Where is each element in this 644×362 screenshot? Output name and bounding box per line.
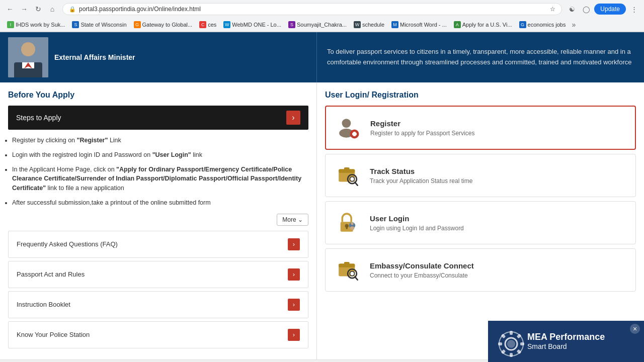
svg-rect-41 bbox=[501, 349, 506, 354]
associated-links-col: Associated Links Passport India e-Book bbox=[156, 360, 328, 360]
minister-info: External Affairs Minister bbox=[54, 53, 135, 61]
bookmark-label-soumya: Soumyajit_Chakra... bbox=[297, 22, 347, 28]
user-login-card[interactable]: User Login Login using Login Id and Pass… bbox=[325, 201, 636, 244]
mea-close-button[interactable]: × bbox=[630, 324, 640, 334]
svg-point-21 bbox=[350, 226, 354, 230]
embassy-desc: Connect to your Embassy/Consulate bbox=[370, 272, 474, 279]
bookmark-label-schedule: schedule bbox=[362, 22, 384, 28]
mea-gear-icon bbox=[496, 329, 521, 354]
svg-line-15 bbox=[355, 182, 357, 185]
svg-line-27 bbox=[355, 277, 357, 280]
bookmark-webmd[interactable]: W WebMD ONE - Lo... bbox=[220, 20, 284, 29]
bookmark-wisconsin[interactable]: S State of Wisconsin bbox=[69, 20, 129, 29]
bookmark-schedule[interactable]: W schedule bbox=[351, 20, 387, 29]
latest-news-col: Latest News ▲ bbox=[0, 360, 156, 360]
bookmark-apply[interactable]: A Apply for a U.S. Vi... bbox=[451, 20, 515, 29]
login-card-text: User Login Login using Login Id and Pass… bbox=[370, 214, 464, 232]
bookmarks-more-icon[interactable]: » bbox=[570, 20, 578, 30]
steps-arrow-icon: › bbox=[286, 111, 300, 125]
track-svg bbox=[335, 163, 360, 188]
step-1: Register by clicking on "Register" Link bbox=[12, 136, 304, 145]
star-icon[interactable]: ☆ bbox=[550, 6, 555, 13]
bookmark-ces[interactable]: C ces bbox=[196, 20, 219, 29]
main-content: Before You Apply Steps to Apply › Regist… bbox=[0, 82, 644, 359]
bookmark-msword[interactable]: M Microsoft Word - ... bbox=[388, 20, 450, 29]
register-card-text: Register Register to apply for Passport … bbox=[370, 119, 474, 137]
bookmark-label-ihds: IHDS work by Suk... bbox=[16, 22, 65, 28]
accordion-faq[interactable]: Frequently Asked Questions (FAQ) › bbox=[8, 231, 308, 258]
svg-rect-18 bbox=[346, 226, 348, 229]
steps-to-apply-header[interactable]: Steps to Apply › bbox=[8, 106, 308, 130]
back-button[interactable]: ← bbox=[4, 3, 16, 15]
embassy-icon bbox=[334, 256, 362, 284]
more-button[interactable]: More ⌄ bbox=[277, 214, 308, 226]
bookmark-soumya[interactable]: S Soumyajit_Chakra... bbox=[285, 20, 350, 29]
address-bar[interactable]: 🔒 portal3.passportindia.gov.in/Online/in… bbox=[62, 3, 562, 15]
bookmark-gateway[interactable]: G Gateway to Global... bbox=[131, 20, 196, 29]
register-desc: Register to apply for Passport Services bbox=[370, 130, 474, 137]
svg-rect-38 bbox=[520, 342, 524, 345]
track-title: Track Status bbox=[370, 167, 472, 175]
svg-rect-24 bbox=[344, 262, 350, 264]
extension-icon[interactable]: ☯ bbox=[566, 3, 578, 15]
mission-section: To deliver passport services to citizens… bbox=[317, 32, 644, 82]
accordion-instruction-label: Instruction Booklet bbox=[17, 301, 70, 308]
bookmark-favicon-apply: A bbox=[454, 21, 461, 28]
register-title: Register bbox=[370, 119, 474, 128]
browser-chrome: ← → ↻ ⌂ 🔒 portal3.passportindia.gov.in/O… bbox=[0, 0, 644, 32]
accordion-police[interactable]: Know Your Police Station › bbox=[8, 321, 308, 348]
bookmark-favicon-gateway: G bbox=[134, 21, 141, 28]
user-login-reg-title: User Login/ Registration bbox=[325, 90, 636, 100]
latest-news-header: Latest News bbox=[0, 360, 156, 360]
embassy-card-text: Embassy/Consulate Connect Connect to you… bbox=[370, 261, 474, 279]
accordion-instruction[interactable]: Instruction Booklet › bbox=[8, 291, 308, 318]
accordion-passport-act[interactable]: Passport Act and Rules › bbox=[8, 261, 308, 288]
track-desc: Track your Application Status real time bbox=[370, 177, 472, 185]
before-you-apply-title: Before You Apply bbox=[8, 90, 308, 100]
accordion-passport-act-label: Passport Act and Rules bbox=[17, 270, 85, 278]
bookmark-label-ces: ces bbox=[208, 22, 216, 28]
update-button[interactable]: Update bbox=[594, 4, 626, 15]
login-title: User Login bbox=[370, 214, 464, 223]
home-button[interactable]: ⌂ bbox=[46, 3, 58, 15]
login-desc: Login using Login Id and Password bbox=[370, 225, 464, 232]
track-card-text: Track Status Track your Application Stat… bbox=[370, 167, 472, 185]
minister-section: External Affairs Minister bbox=[0, 32, 317, 82]
svg-rect-39 bbox=[517, 349, 522, 354]
embassy-card[interactable]: Embassy/Consulate Connect Connect to you… bbox=[325, 248, 636, 292]
svg-rect-37 bbox=[517, 333, 522, 338]
mea-gear-svg bbox=[496, 329, 526, 359]
minister-title-text: External Affairs Minister bbox=[54, 53, 135, 61]
accordion-faq-label: Frequently Asked Questions (FAQ) bbox=[17, 240, 118, 248]
more-label: More ⌄ bbox=[282, 216, 303, 223]
bookmark-economics[interactable]: G economics jobs bbox=[516, 20, 569, 29]
login-svg bbox=[335, 210, 360, 235]
accordion-police-arrow: › bbox=[288, 329, 300, 341]
bookmark-favicon-wisconsin: S bbox=[72, 21, 79, 28]
register-card[interactable]: Register Register to apply for Passport … bbox=[325, 106, 636, 150]
url-text: portal3.passportindia.gov.in/Online/inde… bbox=[79, 6, 547, 13]
lock-icon: 🔒 bbox=[69, 6, 76, 13]
reload-button[interactable]: ↻ bbox=[32, 3, 44, 15]
bookmark-ihds[interactable]: I IHDS work by Suk... bbox=[4, 20, 68, 29]
accordion-section: Frequently Asked Questions (FAQ) › Passp… bbox=[8, 231, 308, 348]
bookmark-favicon-schedule: W bbox=[354, 21, 361, 28]
svg-point-44 bbox=[507, 340, 515, 348]
mission-text: To deliver passport services to citizens… bbox=[327, 47, 634, 68]
bookmarks-bar: I IHDS work by Suk... S State of Wiscons… bbox=[0, 18, 644, 32]
forward-button[interactable]: → bbox=[18, 3, 30, 15]
svg-rect-42 bbox=[498, 342, 502, 345]
menu-button[interactable]: ⋮ bbox=[628, 3, 640, 15]
svg-rect-43 bbox=[501, 333, 506, 338]
svg-rect-40 bbox=[510, 353, 513, 357]
accordion-faq-arrow: › bbox=[288, 238, 300, 250]
embassy-title: Embassy/Consulate Connect bbox=[370, 261, 474, 270]
accordion-police-label: Know Your Police Station bbox=[17, 331, 90, 338]
profile-icon[interactable]: ◯ bbox=[580, 3, 592, 15]
browser-toolbar: ← → ↻ ⌂ 🔒 portal3.passportindia.gov.in/O… bbox=[0, 0, 644, 18]
steps-header-label: Steps to Apply bbox=[16, 114, 61, 122]
register-svg bbox=[336, 115, 361, 140]
embassy-svg bbox=[335, 257, 360, 283]
mea-board[interactable]: × MEA Performance Smart Board bbox=[488, 321, 644, 362]
track-status-card[interactable]: Track Status Track your Application Stat… bbox=[325, 154, 636, 197]
